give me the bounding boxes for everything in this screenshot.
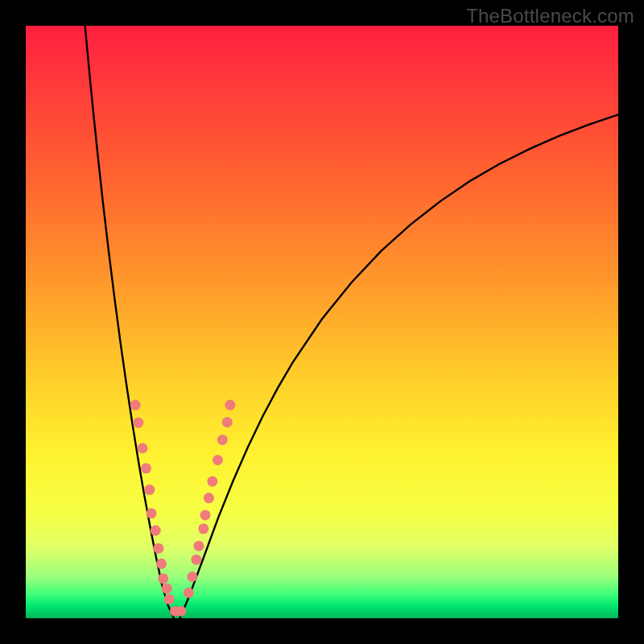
data-marker: [184, 588, 194, 598]
data-marker: [130, 400, 141, 411]
data-marker: [158, 573, 168, 584]
data-marker: [175, 606, 186, 617]
curve-right-path: [180, 114, 618, 618]
chart-frame: TheBottleneck.com: [0, 0, 644, 644]
data-marker: [156, 559, 167, 569]
data-marker: [225, 400, 235, 411]
data-marker: [207, 476, 217, 486]
data-marker: [191, 555, 201, 565]
data-marker: [204, 493, 214, 503]
data-marker: [193, 541, 204, 551]
data-marker: [153, 543, 163, 554]
data-marker: [133, 418, 143, 428]
data-marker: [137, 443, 147, 453]
data-marker: [141, 463, 151, 473]
data-marker: [147, 508, 157, 518]
data-marker: [187, 572, 197, 582]
chart-svg: [26, 26, 618, 618]
watermark-text: TheBottleneck.com: [466, 5, 634, 27]
data-marker: [144, 485, 155, 495]
plot-area: [26, 26, 618, 618]
data-marker: [164, 594, 175, 605]
data-marker: [213, 455, 223, 465]
data-marker: [200, 510, 211, 520]
curve-group: [85, 26, 618, 618]
data-marker: [222, 417, 233, 427]
data-marker: [162, 584, 172, 594]
data-marker: [198, 523, 208, 534]
data-marker: [217, 435, 228, 445]
data-marker: [151, 526, 161, 536]
